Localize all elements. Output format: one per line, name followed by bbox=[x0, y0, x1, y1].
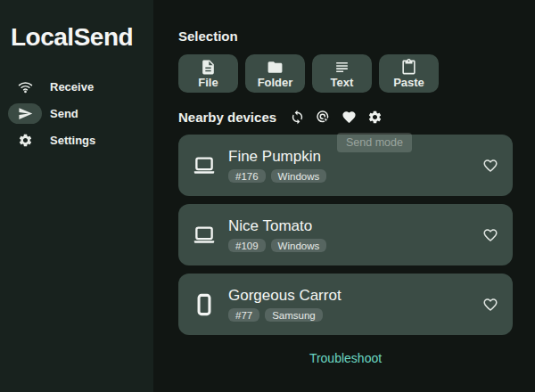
device-card-nice-tomato[interactable]: Nice Tomato #109 Windows bbox=[178, 204, 513, 265]
selection-buttons: File Folder Text Paste bbox=[178, 54, 535, 93]
sidebar-item-label: Settings bbox=[50, 134, 95, 147]
file-button[interactable]: File bbox=[178, 54, 238, 93]
device-info: Gorgeous Carrot #77 Samsung bbox=[228, 287, 342, 322]
laptop-icon bbox=[191, 153, 218, 178]
nearby-actions bbox=[290, 110, 383, 125]
text-icon bbox=[333, 59, 350, 76]
settings-gear-button[interactable] bbox=[367, 110, 383, 125]
sidebar-item-send[interactable]: Send bbox=[0, 100, 153, 127]
favorites-heart-icon bbox=[342, 110, 357, 125]
favorite-toggle-button[interactable] bbox=[482, 227, 498, 243]
sidebar-nav: Receive Send Settings bbox=[0, 73, 153, 153]
text-button[interactable]: Text bbox=[312, 54, 372, 93]
device-os-badge: Windows bbox=[271, 239, 327, 252]
device-os-badge: Samsung bbox=[265, 308, 323, 322]
device-info: Fine Pumpkin #176 Windows bbox=[228, 148, 326, 183]
refresh-button[interactable] bbox=[290, 110, 305, 125]
settings-gear-icon bbox=[367, 110, 383, 125]
heart-outline-icon bbox=[482, 297, 498, 313]
heart-outline-icon bbox=[482, 158, 498, 174]
laptop-icon bbox=[191, 223, 218, 248]
device-card-gorgeous-carrot[interactable]: Gorgeous Carrot #77 Samsung bbox=[178, 274, 513, 335]
sidebar-item-settings[interactable]: Settings bbox=[0, 127, 153, 153]
nearby-devices-row: Nearby devices bbox=[178, 110, 535, 125]
favorites-heart-button[interactable] bbox=[342, 110, 357, 125]
device-name: Gorgeous Carrot bbox=[228, 287, 342, 305]
badge-row: #176 Windows bbox=[228, 169, 326, 183]
device-id-badge: #109 bbox=[228, 239, 266, 252]
sidebar-item-label: Receive bbox=[50, 80, 94, 94]
folder-button[interactable]: Folder bbox=[245, 54, 305, 93]
device-os-badge: Windows bbox=[271, 169, 327, 183]
scan-icon bbox=[316, 110, 331, 125]
smartphone-icon bbox=[191, 292, 218, 317]
gear-icon bbox=[8, 130, 42, 151]
device-name: Nice Tomato bbox=[228, 217, 326, 235]
main-content: Selection File Folder Text Paste Nearby … bbox=[153, 0, 535, 392]
app-title: LocalSend bbox=[0, 23, 153, 52]
device-id-badge: #77 bbox=[228, 308, 259, 322]
file-button-label: File bbox=[198, 77, 218, 89]
sidebar: LocalSend Receive Send Settings bbox=[0, 0, 153, 392]
device-list: Fine Pumpkin #176 Windows Nice Tomato #1… bbox=[178, 135, 535, 335]
favorite-toggle-button[interactable] bbox=[482, 297, 498, 313]
selection-heading: Selection bbox=[178, 29, 535, 44]
file-icon bbox=[200, 59, 217, 76]
paste-icon bbox=[400, 59, 417, 76]
favorite-toggle-button[interactable] bbox=[482, 158, 498, 174]
device-card-fine-pumpkin[interactable]: Fine Pumpkin #176 Windows bbox=[178, 135, 513, 196]
nearby-devices-heading: Nearby devices bbox=[178, 110, 276, 125]
troubleshoot-link[interactable]: Troubleshoot bbox=[309, 351, 382, 365]
badge-row: #109 Windows bbox=[228, 239, 326, 252]
folder-button-label: Folder bbox=[258, 77, 293, 89]
device-info: Nice Tomato #109 Windows bbox=[228, 217, 326, 252]
send-icon bbox=[8, 103, 42, 124]
scan-button[interactable] bbox=[316, 110, 331, 125]
folder-icon bbox=[267, 59, 284, 76]
text-button-label: Text bbox=[331, 77, 354, 89]
paste-button-label: Paste bbox=[393, 77, 424, 89]
heart-outline-icon bbox=[482, 227, 498, 243]
sidebar-item-receive[interactable]: Receive bbox=[0, 73, 153, 100]
wifi-icon bbox=[8, 77, 42, 97]
badge-row: #77 Samsung bbox=[228, 308, 342, 322]
footer: Troubleshoot bbox=[178, 350, 513, 366]
sidebar-item-label: Send bbox=[50, 107, 78, 120]
refresh-icon bbox=[290, 110, 305, 125]
device-name: Fine Pumpkin bbox=[228, 148, 326, 166]
device-id-badge: #176 bbox=[228, 169, 266, 183]
paste-button[interactable]: Paste bbox=[379, 54, 439, 93]
